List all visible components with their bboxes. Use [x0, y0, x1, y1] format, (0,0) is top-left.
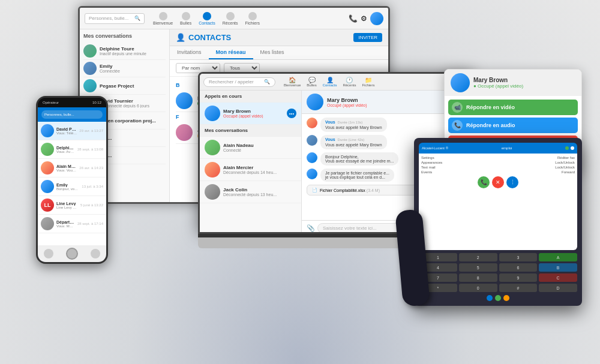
nav-fichiers[interactable]: 📁Fichiers — [362, 77, 374, 87]
invite-button[interactable]: INVITER — [353, 33, 382, 42]
home-icon — [159, 12, 167, 20]
contacts-header: 👤 CONTACTS INVITER — [170, 29, 388, 46]
avatar — [205, 184, 220, 200]
ip-screen-row: Events Forward — [421, 170, 575, 174]
contact-info: Pegase Project — [100, 83, 166, 89]
ip-nav-btn[interactable]: ⋮ — [506, 176, 518, 188]
tab-mes-listes[interactable]: Mes listes — [253, 46, 292, 59]
calls-header: Appels en cours — [200, 91, 301, 103]
conv-info: Alain Nadeau Connecté — [223, 143, 296, 152]
list-item[interactable]: Département comptabilité Vous: Meri de t… — [38, 215, 106, 233]
ip-call-btn[interactable]: 📞 — [478, 176, 490, 188]
ip-end-btn[interactable]: ✕ — [492, 176, 504, 188]
key-b[interactable]: B — [539, 263, 577, 272]
ip-status-indicator2 — [571, 146, 574, 150]
avatar — [83, 79, 97, 92]
answer-video-button[interactable]: 📹 Répondre en vidéo — [448, 100, 578, 115]
key-5[interactable]: 5 — [459, 263, 497, 272]
key-hash[interactable]: # — [499, 284, 538, 292]
active-call-item[interactable]: Mary Brown Occupé (appel vidéo) ••• — [200, 103, 301, 125]
avatar — [41, 161, 54, 175]
nav-recents[interactable]: 🕐Récents — [343, 77, 356, 87]
bulles-icon — [182, 12, 190, 20]
phone-topbar: Personnes, bulle... — [38, 107, 106, 122]
phone-search[interactable]: Personnes, bulle... — [41, 110, 103, 119]
key-a[interactable]: A — [539, 253, 577, 261]
answer-audio-button[interactable]: 📞 Répondre en audio — [448, 118, 578, 133]
nav-contacts[interactable]: 👤Contacts — [323, 77, 337, 87]
avatar — [307, 135, 317, 146]
attachment-icon[interactable]: 📎 — [307, 224, 315, 232]
list-item[interactable]: Delphine Toure Vous: Avez-vous reçu le f… — [38, 140, 106, 159]
list-item[interactable]: Delphine Toure Inactif depuis une minute — [83, 43, 166, 60]
contact-info: Juli... — [100, 153, 166, 158]
conversations-header: Mes conversations — [200, 125, 301, 137]
list-item[interactable]: Emily Bonjour, vous, vous avez reçu m...… — [38, 178, 106, 196]
call-popup-avatar — [451, 73, 470, 92]
tab-invitations[interactable]: Invitations — [170, 46, 209, 59]
key-6[interactable]: 6 — [499, 263, 538, 272]
user-avatar[interactable] — [370, 12, 383, 25]
key-c[interactable]: C — [539, 273, 577, 282]
phone-list: David Picard Vous: Téléchargement fichie… — [38, 122, 106, 245]
key-d[interactable]: D — [539, 284, 577, 292]
nav-bienvenue[interactable]: Bienvenue — [153, 12, 173, 25]
list-item[interactable]: Emily Connectée — [83, 60, 166, 77]
list-item[interactable]: LL Line Levy Line Levy à call de vous ra… — [38, 196, 106, 215]
chat-contact-info: Mary Brown Occupé (appel vidéo) — [327, 97, 367, 107]
key-2[interactable]: 2 — [459, 253, 497, 261]
avatar — [176, 92, 193, 109]
nav-bulles[interactable]: Bulles — [180, 12, 191, 25]
key-3[interactable]: 3 — [499, 253, 538, 261]
list-item[interactable]: David Picard Vous: Téléchargement fichie… — [38, 122, 106, 140]
list-item[interactable]: Alain Mercier Vous: Vous avez passé 14 h… — [38, 159, 106, 178]
list-item[interactable]: Pegase Project — [83, 77, 166, 95]
nav-recents[interactable]: Récents — [223, 12, 238, 25]
laptop-search[interactable]: Rechercher / appeler 🔍 — [203, 77, 275, 87]
contacts-title: 👤 CONTACTS — [176, 33, 231, 42]
settings-icon: ⚙ — [361, 14, 367, 23]
list-item[interactable]: Jack Colin Déconnecté depuis 13 heu... — [200, 181, 301, 203]
list-item[interactable]: Alain Nadeau Connecté — [200, 137, 301, 159]
message-bubble: Je partage le fichier comptable e...je v… — [320, 169, 394, 182]
contact-info: Delphine Toure Inactif depuis une minute — [100, 46, 166, 56]
phone-home-btn[interactable] — [66, 248, 78, 260]
ip-screen-row: Settings Réditer fax — [421, 156, 575, 160]
avatar: LL — [41, 198, 54, 212]
tab-mon-reseau[interactable]: Mon réseau — [209, 46, 253, 59]
avatar — [41, 143, 54, 156]
more-button[interactable]: ••• — [287, 109, 296, 118]
ip-phone-screen: Alcatel-Lucent ® emploi Settings Réditer… — [419, 143, 577, 250]
phone-bottom-bar — [38, 245, 106, 262]
list-item[interactable]: Alain Mercier Déconnecté depuis 14 heu..… — [200, 159, 301, 181]
avatar — [41, 217, 54, 230]
key-8[interactable]: 8 — [459, 273, 497, 282]
ip-screen-row: Text mail Lock/Unlock — [421, 166, 575, 169]
nav-contacts[interactable]: Contacts — [199, 12, 215, 25]
phone-statusbar: Opérateur 10:12 — [38, 98, 106, 107]
contact-info: Emily Bonjour, vous, vous avez reçu m... — [56, 183, 79, 191]
call-popup-name: Mary Brown — [473, 77, 523, 83]
avatar — [205, 162, 220, 178]
nav-bienvenue[interactable]: 🏠Bienvenue — [284, 77, 301, 87]
ip-dial-grid: 1 2 3 A 4 5 6 B 7 8 9 C * 0 # D — [419, 253, 577, 292]
phone-recent-btn[interactable] — [91, 249, 100, 258]
key-0[interactable]: 0 — [459, 284, 497, 292]
caller-name: Mary Brown — [223, 109, 284, 114]
avatar — [176, 124, 193, 141]
monitor-nav: Bienvenue Bulles Contacts Récents Fichie… — [153, 12, 260, 25]
phone-icon: 📞 — [349, 14, 358, 23]
ip-led-3 — [503, 295, 509, 301]
avatar — [205, 140, 220, 155]
ip-phone-device: Alcatel-Lucent ® emploi Settings Réditer… — [414, 138, 582, 306]
ip-status-row — [419, 295, 577, 301]
avatar — [307, 118, 317, 128]
call-status: Occupé (appel vidéo) — [223, 114, 284, 118]
phone-back-btn[interactable] — [44, 249, 53, 258]
monitor-search[interactable]: Personnes, bulle... 🔍 — [85, 13, 145, 24]
phone-device: Opérateur 10:12 Personnes, bulle... Davi… — [36, 96, 108, 264]
contact-info: Line Levy Line Levy à call de vous rappe… — [56, 201, 78, 209]
key-9[interactable]: 9 — [499, 273, 538, 282]
nav-bulles[interactable]: 💬Bulles — [307, 77, 316, 87]
nav-fichiers[interactable]: Fichiers — [245, 12, 260, 25]
